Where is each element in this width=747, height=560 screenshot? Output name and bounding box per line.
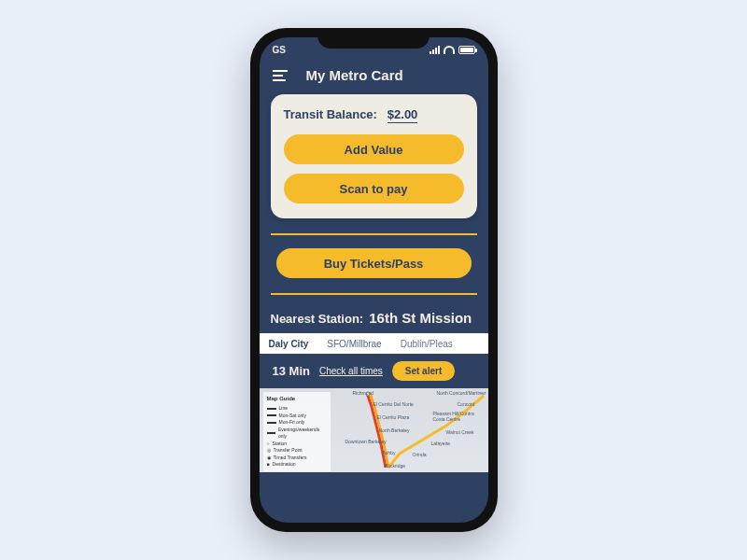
map-legend: Map Guide Line Mon-Sat only Mon-Fri only… xyxy=(263,392,331,471)
balance-label: Transit Balance: xyxy=(284,107,377,121)
nearest-station-label: Nearest Station: xyxy=(271,312,364,326)
map-label: Concord xyxy=(458,401,475,407)
phone-frame: GS My Metro Card Transit Balance: $2.00 … xyxy=(250,28,498,532)
menu-icon[interactable] xyxy=(273,70,288,81)
map-label: El Cerrito Plaza xyxy=(377,414,410,420)
scan-to-pay-button[interactable]: Scan to pay xyxy=(284,174,464,203)
buy-tickets-button[interactable]: Buy Tickets/Pass xyxy=(276,248,472,278)
app-screen: GS My Metro Card Transit Balance: $2.00 … xyxy=(260,37,488,523)
transit-map[interactable]: Map Guide Line Mon-Sat only Mon-Fri only… xyxy=(260,388,488,472)
app-header: My Metro Card xyxy=(260,62,488,94)
battery-icon xyxy=(458,46,475,54)
set-alert-button[interactable]: Set alert xyxy=(392,361,455,381)
map-label: Downtown Berkeley xyxy=(345,439,387,444)
arrival-row: 13 Min Check all times Set alert xyxy=(271,354,477,388)
legend-title: Map Guide xyxy=(267,395,327,403)
signal-icon xyxy=(430,46,440,54)
notch xyxy=(317,28,430,49)
map-label: Rockridge xyxy=(385,463,406,469)
tab-daly-city[interactable]: Daly City xyxy=(260,339,318,349)
map-label: El Cerrito Del Norte xyxy=(374,401,414,407)
tab-dublin[interactable]: Dublin/Pleas xyxy=(391,339,462,349)
wifi-icon xyxy=(444,46,455,54)
add-value-button[interactable]: Add Value xyxy=(284,134,464,164)
map-label: North Concord/Martinez xyxy=(437,390,486,396)
nearest-station-name: 16th St Mission xyxy=(369,310,472,326)
balance-row: Transit Balance: $2.00 xyxy=(284,107,464,121)
destination-tabs: Daly City SFO/Millbrae Dublin/Pleas xyxy=(260,333,488,354)
page-title: My Metro Card xyxy=(306,67,403,83)
balance-amount[interactable]: $2.00 xyxy=(388,107,418,123)
map-label: Walnut Creek xyxy=(446,429,474,435)
carrier-label: GS xyxy=(273,45,310,55)
nearest-station-row: Nearest Station: 16th St Mission xyxy=(271,308,477,333)
status-icons xyxy=(430,46,475,54)
map-label: Ashby xyxy=(383,450,396,455)
map-label: Pleasant Hill/Contra Costa Centre xyxy=(433,411,480,422)
tab-sfo[interactable]: SFO/Millbrae xyxy=(317,339,390,349)
map-label: Orinda xyxy=(413,452,427,457)
arrival-minutes: 13 Min xyxy=(273,364,310,378)
map-label: Richmond xyxy=(353,390,374,396)
map-label: Lafayette xyxy=(431,441,451,446)
divider xyxy=(271,293,477,295)
divider xyxy=(271,233,477,235)
map-label: North Berkeley xyxy=(379,427,410,433)
check-all-times-link[interactable]: Check all times xyxy=(319,366,383,376)
balance-card: Transit Balance: $2.00 Add Value Scan to… xyxy=(271,94,477,218)
